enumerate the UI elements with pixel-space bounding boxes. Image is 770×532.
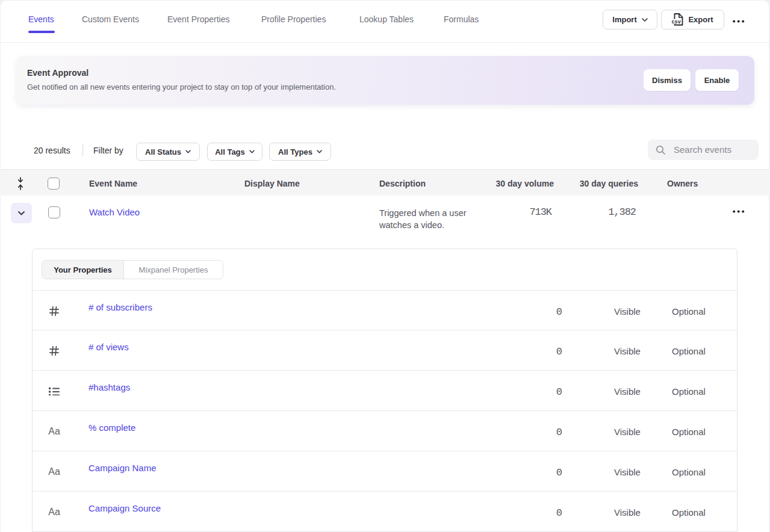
svg-text:csv: csv — [672, 19, 681, 25]
